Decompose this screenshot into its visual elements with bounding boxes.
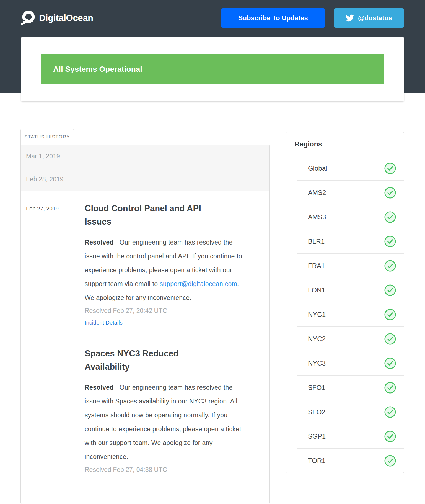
twitter-button[interactable]: @dostatus — [334, 8, 404, 28]
status-history-card: Mar 1, 2019 Feb 28, 2019 Feb 27, 2019 Cl… — [20, 145, 270, 504]
history-date-row: Feb 28, 2019 — [21, 168, 269, 191]
digitalocean-logo-icon — [21, 10, 36, 26]
operational-check-icon — [384, 309, 396, 320]
region-row-sfo2[interactable]: SFO2 — [297, 400, 404, 424]
brand-logo-link[interactable]: DigitalOcean — [21, 10, 93, 26]
incident-spaces-nyc3: Spaces NYC3 Reduced Availability Resolve… — [85, 347, 261, 475]
all-systems-operational-banner: All Systems Operational — [41, 54, 384, 84]
status-page: DigitalOcean Subscribe To Updates @dosta… — [0, 0, 425, 504]
region-row-global[interactable]: Global — [297, 156, 404, 180]
subscribe-button[interactable]: Subscribe To Updates — [221, 8, 325, 28]
twitter-handle: @dostatus — [358, 14, 392, 22]
region-row-fra1[interactable]: FRA1 — [297, 253, 404, 278]
history-date-row: Mar 1, 2019 — [21, 145, 269, 168]
regions-panel: Regions Global AMS2 AMS3 BL — [286, 132, 404, 473]
overall-status-text: All Systems Operational — [53, 65, 142, 74]
region-row-nyc1[interactable]: NYC1 — [297, 302, 404, 326]
operational-check-icon — [384, 382, 396, 394]
incident-title: Cloud Control Panel and API Issues — [85, 202, 224, 228]
region-row-nyc2[interactable]: NYC2 — [297, 326, 404, 351]
status-overview-card: All Systems Operational — [21, 37, 404, 101]
incident-body-text: - Our engineering team has resolved the … — [85, 384, 241, 460]
operational-check-icon — [384, 187, 396, 199]
incident-title: Spaces NYC3 Reduced Availability — [85, 347, 224, 374]
region-row-tor1[interactable]: TOR1 — [297, 448, 404, 473]
region-row-sfo1[interactable]: SFO1 — [297, 375, 404, 400]
operational-check-icon — [384, 455, 396, 467]
incident-body: Resolved - Our engineering team has reso… — [85, 380, 244, 464]
header-actions: Subscribe To Updates @dostatus — [221, 8, 404, 28]
region-row-lon1[interactable]: LON1 — [297, 278, 404, 302]
history-date-label: Mar 1, 2019 — [26, 153, 60, 160]
history-day-label: Feb 27, 2019 — [26, 202, 85, 475]
operational-check-icon — [384, 211, 396, 223]
incident-details-link[interactable]: Incident Details — [85, 320, 123, 326]
support-email-link[interactable]: support@digitalocean.com — [160, 280, 237, 287]
brand-name: DigitalOcean — [39, 13, 93, 23]
twitter-icon — [346, 14, 354, 22]
tab-status-history[interactable]: STATUS HISTORY — [20, 129, 74, 145]
regions-title: Regions — [286, 132, 404, 156]
region-row-ams2[interactable]: AMS2 — [297, 180, 404, 205]
region-row-nyc3[interactable]: NYC3 — [297, 351, 404, 375]
operational-check-icon — [384, 406, 396, 418]
incident-status-label: Resolved — [85, 239, 114, 246]
operational-check-icon — [384, 431, 396, 442]
history-date-label: Feb 28, 2019 — [26, 176, 64, 183]
header: DigitalOcean Subscribe To Updates @dosta… — [21, 0, 404, 36]
region-row-sgp1[interactable]: SGP1 — [297, 424, 404, 448]
operational-check-icon — [384, 358, 396, 369]
regions-list: Global AMS2 AMS3 BLR1 — [286, 156, 404, 473]
tab-status-history-label: STATUS HISTORY — [24, 134, 70, 140]
history-day-content: Cloud Control Panel and API Issues Resol… — [85, 202, 261, 475]
incident-status-label: Resolved — [85, 384, 114, 391]
history-day-section: Feb 27, 2019 Cloud Control Panel and API… — [21, 191, 269, 475]
operational-check-icon — [384, 333, 396, 345]
operational-check-icon — [384, 163, 396, 174]
operational-check-icon — [384, 260, 396, 272]
region-row-blr1[interactable]: BLR1 — [297, 229, 404, 253]
operational-check-icon — [384, 236, 396, 247]
region-row-ams3[interactable]: AMS3 — [297, 205, 404, 229]
incident-body: Resolved - Our engineering team has reso… — [85, 235, 244, 305]
incident-cloud-control-panel: Cloud Control Panel and API Issues Resol… — [85, 202, 261, 326]
incident-resolved-timestamp: Resolved Feb 27, 20:42 UTC — [85, 305, 261, 316]
incident-resolved-timestamp: Resolved Feb 27, 04:38 UTC — [85, 464, 261, 475]
operational-check-icon — [384, 284, 396, 296]
